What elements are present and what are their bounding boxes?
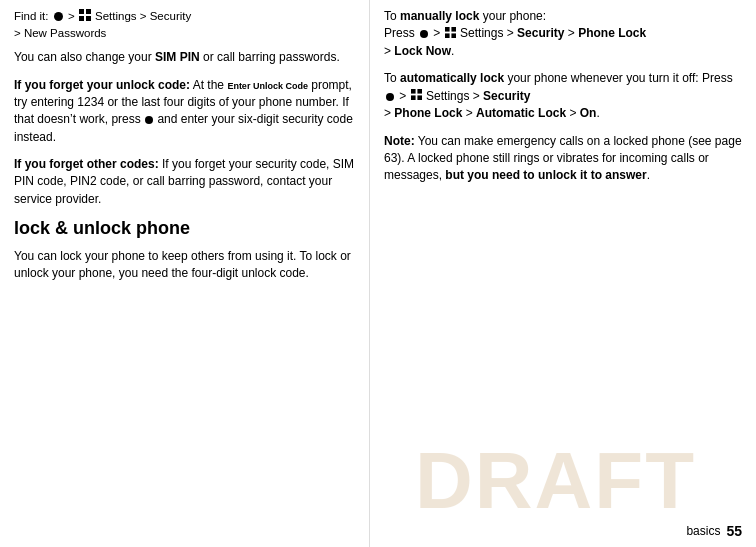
phone-lock-label-2: Phone Lock bbox=[394, 106, 462, 120]
svg-rect-10 bbox=[411, 95, 416, 100]
dot-icon-3 bbox=[420, 30, 428, 38]
page-footer: basics 55 bbox=[686, 523, 742, 539]
new-passwords-label: New Passwords bbox=[24, 27, 106, 39]
lock-unlock-heading: lock & unlock phone bbox=[14, 218, 355, 240]
security-label-3: Security bbox=[483, 89, 530, 103]
page-container: Find it: > Settings > Security > New Pas… bbox=[0, 0, 756, 547]
draft-watermark: DRAFT bbox=[415, 435, 696, 527]
basics-label: basics bbox=[686, 524, 720, 538]
svg-rect-11 bbox=[417, 95, 422, 100]
lock-unlock-body: You can lock your phone to keep others f… bbox=[14, 248, 355, 283]
security-label-1: Security bbox=[150, 10, 192, 22]
svg-rect-0 bbox=[79, 9, 84, 14]
svg-rect-4 bbox=[445, 27, 450, 32]
manually-lock-paragraph: To manually lock your phone: Press > Set… bbox=[384, 8, 742, 60]
press-label-1: Press bbox=[384, 26, 415, 40]
find-it-line: Find it: > Settings > Security > New Pas… bbox=[14, 8, 355, 41]
auto-lock-paragraph: To automatically lock your phone wheneve… bbox=[384, 70, 742, 122]
forget-unlock-heading: If you forget your unlock code: bbox=[14, 78, 190, 92]
page-number: 55 bbox=[726, 523, 742, 539]
phone-lock-label: Phone Lock bbox=[578, 26, 646, 40]
note-label: Note: bbox=[384, 134, 415, 148]
settings-label-3: Settings bbox=[426, 89, 469, 103]
grid-icon-1 bbox=[79, 9, 91, 25]
svg-rect-7 bbox=[451, 33, 456, 38]
note-bold-text: but you need to unlock it to answer bbox=[445, 168, 646, 182]
note-paragraph: Note: You can make emergency calls on a … bbox=[384, 133, 742, 185]
enter-unlock-code: Enter Unlock Code bbox=[227, 81, 308, 91]
settings-label-2: Settings bbox=[460, 26, 503, 40]
automatic-lock-label: Automatic Lock bbox=[476, 106, 566, 120]
forget-other-heading: If you forget other codes: bbox=[14, 157, 159, 171]
right-column: To manually lock your phone: Press > Set… bbox=[370, 0, 756, 547]
find-it-label: Find it: bbox=[14, 10, 49, 22]
left-column: Find it: > Settings > Security > New Pas… bbox=[0, 0, 370, 547]
security-label-2: Security bbox=[517, 26, 564, 40]
forget-unlock-paragraph: If you forget your unlock code: At the E… bbox=[14, 77, 355, 147]
grid-icon-3 bbox=[411, 88, 422, 105]
dot-icon-4 bbox=[386, 93, 394, 101]
settings-label-1: Settings bbox=[95, 10, 137, 22]
dot-icon bbox=[54, 12, 63, 21]
svg-rect-2 bbox=[79, 16, 84, 21]
svg-rect-9 bbox=[417, 89, 422, 94]
svg-rect-6 bbox=[445, 33, 450, 38]
grid-icon-2 bbox=[445, 26, 456, 43]
svg-rect-1 bbox=[86, 9, 91, 14]
svg-rect-3 bbox=[86, 16, 91, 21]
sim-pin-paragraph: You can also change your SIM PIN or call… bbox=[14, 49, 355, 66]
svg-rect-5 bbox=[451, 27, 456, 32]
auto-lock-bold: automatically lock bbox=[400, 71, 504, 85]
manually-lock-bold: manually lock bbox=[400, 9, 479, 23]
forget-other-paragraph: If you forget other codes: If you forget… bbox=[14, 156, 355, 208]
dot-icon-2 bbox=[145, 116, 153, 124]
lock-now-label: Lock Now bbox=[394, 44, 451, 58]
svg-rect-8 bbox=[411, 89, 416, 94]
sim-pin-bold: SIM PIN bbox=[155, 50, 200, 64]
on-label: On bbox=[580, 106, 597, 120]
